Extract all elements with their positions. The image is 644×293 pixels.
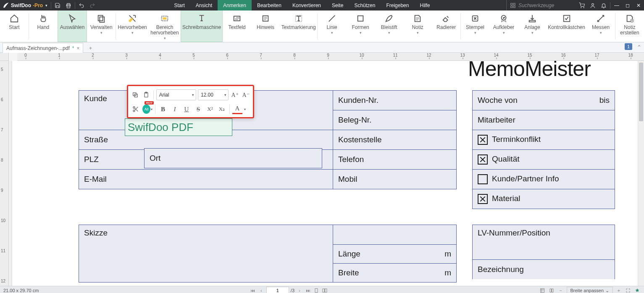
paste-button[interactable]: [142, 90, 151, 100]
last-page-button[interactable]: ⏭: [305, 287, 311, 293]
ribbon-bleistift[interactable]: Bleistift▾: [375, 10, 403, 42]
ribbon-notiz-erstellen[interactable]: Notiz erstellen: [615, 10, 644, 42]
check-kundeinfo: Kunde/Partner Info: [473, 170, 615, 189]
search-tools[interactable]: Suchwerkzeuge: [506, 0, 576, 10]
zoom-in-button[interactable]: +: [615, 287, 622, 293]
bold-button[interactable]: B: [158, 104, 168, 114]
fit-mode-select[interactable]: Breite anpassen⌄: [567, 287, 613, 293]
chevron-down-icon: ▾: [164, 37, 166, 40]
undo-button[interactable]: [76, 0, 87, 10]
svg-line-15: [329, 16, 335, 22]
tabstrip-scroll-up[interactable]: ⌃: [637, 44, 641, 50]
ruler-tick: 16: [561, 53, 565, 58]
ruler-tick: 7: [1, 128, 3, 132]
ribbon-anlage[interactable]: Anlage▾: [518, 10, 547, 42]
cut-button[interactable]: [131, 104, 141, 114]
ribbon-hervorheben[interactable]: Hervorheben▾: [116, 10, 149, 42]
zoom-out-button[interactable]: −: [557, 287, 564, 293]
ruler-tick: 1: [58, 53, 60, 58]
close-window-button[interactable]: ✕: [633, 0, 644, 10]
bell-button[interactable]: [598, 0, 609, 10]
print-button[interactable]: [63, 0, 74, 10]
strike-button[interactable]: S: [193, 104, 203, 114]
two-page-view[interactable]: [321, 287, 328, 293]
page-input[interactable]: [266, 287, 289, 293]
save-button[interactable]: [52, 0, 63, 10]
ribbon-auswählen[interactable]: Auswählen: [58, 10, 87, 42]
ribbon-radierer[interactable]: Radierer: [432, 10, 460, 42]
fontsize-select[interactable]: 12.00▾: [198, 89, 229, 100]
ribbon-kontrollkästchen[interactable]: Kontrollkästchen: [547, 10, 586, 42]
vertical-scrollbar[interactable]: [638, 61, 644, 286]
text-format-floatbar: Arial▾ 12.00▾ A⁺ A⁻ AIHOT▾ B I U S X²: [127, 85, 254, 118]
ribbon-label: Start: [9, 25, 19, 30]
underline-button[interactable]: U: [181, 104, 192, 114]
first-page-button[interactable]: ⏮: [250, 287, 256, 293]
ribbon-hinweis[interactable]: Hinweis: [251, 10, 280, 42]
subscript-button[interactable]: X₂: [217, 104, 227, 114]
cart-button[interactable]: [576, 0, 587, 10]
menu-hilfe[interactable]: Hilfe: [414, 0, 435, 10]
copy-button[interactable]: [131, 90, 140, 100]
add-tab-button[interactable]: +: [86, 43, 95, 52]
minimize-button[interactable]: —: [611, 0, 622, 10]
checkbox-icon: [478, 135, 488, 145]
user-button[interactable]: [587, 0, 598, 10]
tab-close-button[interactable]: ×: [76, 45, 79, 51]
ribbon-hand[interactable]: Hand: [29, 10, 58, 42]
increase-font-button[interactable]: A⁺: [230, 90, 239, 100]
ribbon-bereich-hervorheben[interactable]: Bereich hervorheben▾: [149, 10, 181, 42]
fullscreen-button[interactable]: [625, 287, 631, 293]
chevron-down-icon: ▾: [224, 93, 226, 97]
menu-konvertieren[interactable]: Konvertieren: [287, 0, 326, 10]
ribbon-notiz[interactable]: Notiz▾: [403, 10, 432, 42]
font-select[interactable]: Arial▾: [156, 89, 196, 100]
next-page-button[interactable]: ›: [296, 287, 303, 293]
ribbon-linie[interactable]: Linie▾: [318, 10, 346, 42]
decrease-font-button[interactable]: A⁻: [241, 90, 250, 100]
ribbon-start[interactable]: Start: [0, 10, 29, 42]
fontcolor-button[interactable]: A: [232, 105, 242, 114]
menu-seite[interactable]: Seite: [326, 0, 349, 10]
app-menu-dropdown[interactable]: ▾: [45, 3, 47, 8]
ribbon-formen[interactable]: Formen▾: [346, 10, 375, 42]
typewriter-textbox[interactable]: SwifDoo PDF: [125, 118, 232, 136]
maximize-button[interactable]: ◻: [622, 0, 633, 10]
single-page-view[interactable]: [313, 287, 320, 293]
ribbon-textmarkierung[interactable]: Textmarkierung: [280, 10, 317, 42]
ribbon-messen[interactable]: Messen▾: [586, 10, 615, 42]
menu-schützen[interactable]: Schützen: [349, 0, 381, 10]
menu-start[interactable]: Start: [169, 0, 190, 10]
menu-freigeben[interactable]: Freigeben: [381, 0, 414, 10]
label-laenge: Länge: [338, 249, 360, 258]
form-mode-button[interactable]: [539, 287, 546, 293]
prev-page-button[interactable]: ‹: [258, 287, 265, 293]
redo-icon: [89, 3, 95, 8]
ribbon-textfeld[interactable]: Textfeld: [223, 10, 251, 42]
chevron-down-icon[interactable]: ▾: [244, 107, 246, 111]
ribbon-stempel[interactable]: Stempel▾: [461, 10, 489, 42]
pin-button[interactable]: [634, 287, 641, 293]
ribbon-schreibmaschine[interactable]: Schreibmaschine: [181, 10, 223, 42]
menu-bearbeiten[interactable]: Bearbeiten: [252, 0, 287, 10]
italic-button[interactable]: I: [170, 104, 180, 114]
canvas-area[interactable]: MemoMeister Kunde Kunden-Nr. Beleg-Nr. S…: [9, 61, 644, 286]
ai-button[interactable]: AIHOT▾: [142, 104, 152, 114]
superscript-button[interactable]: X²: [205, 104, 215, 114]
ribbon-verwalten[interactable]: Verwalten▾: [87, 10, 116, 42]
svg-rect-30: [315, 289, 318, 293]
menu-anmerken[interactable]: Anmerken: [218, 0, 252, 10]
page-dimensions: 21.00 x 29.70 cm: [3, 288, 39, 293]
redo-button[interactable]: [87, 0, 98, 10]
menu-ansicht[interactable]: Ansicht: [190, 0, 218, 10]
separator: [229, 105, 230, 114]
document-tab[interactable]: Aufmass-Zeichnungen-...pdf * ×: [3, 43, 83, 53]
vertical-ruler: 56789101112: [0, 61, 9, 286]
ribbon-aufkleber[interactable]: Aufkleber▾: [489, 10, 518, 42]
read-mode-button[interactable]: [548, 287, 555, 293]
scrollbar-thumb[interactable]: [639, 63, 643, 121]
ruler-tick: 8: [1, 158, 3, 162]
page-badge: 1: [625, 43, 632, 50]
separator: [75, 2, 75, 9]
ribbon-label: Notiz: [412, 25, 423, 30]
